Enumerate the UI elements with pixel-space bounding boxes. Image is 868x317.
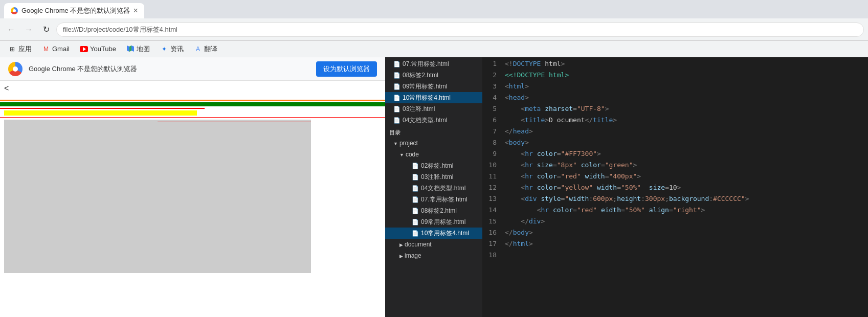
file-tree: 📄 07.常用标签.html 📄 08标签2.html 📄 09常用标签.htm… xyxy=(385,57,482,317)
line-num-1: 1 xyxy=(482,58,497,70)
file-icon-04: 📄 xyxy=(393,117,400,124)
gmail-icon: M xyxy=(42,45,50,53)
file-icon-08: 📄 xyxy=(393,72,400,79)
code-line-12: <hr color="yellow" width="50%" size=10> xyxy=(505,182,868,193)
code-line-18: </html> xyxy=(505,238,868,250)
browser-tab[interactable]: Google Chrome 不是您的默认浏览器 × xyxy=(4,3,144,18)
code-line-13: <div style="width:600px;height:300px;bac… xyxy=(505,193,868,205)
code-line-3: <html> xyxy=(505,81,868,92)
hr-green xyxy=(0,102,385,106)
translate-icon: A xyxy=(194,45,202,53)
address-bar[interactable]: file:///D:/project/code/10常用标签4.html xyxy=(56,22,864,37)
code-line-11: <hr color="red" width="400px"> xyxy=(505,171,868,182)
line-num-11: 11 xyxy=(482,171,497,182)
tree-label-03: 03注释.html xyxy=(403,105,435,114)
line-num-10: 10 xyxy=(482,160,497,171)
bookmark-apps-label: 应用 xyxy=(18,44,32,54)
browser-window: Google Chrome 不是您的默认浏览器 × ← → ↻ file:///… xyxy=(0,0,868,317)
line-num-15: 15 xyxy=(482,216,497,227)
tree-file-code-04[interactable]: 📄 04文档类型.html xyxy=(385,183,482,194)
tree-file-code-03[interactable]: 📄 03注释.html xyxy=(385,171,482,183)
tab-bar: Google Chrome 不是您的默认浏览器 × xyxy=(0,0,868,18)
code-line-5: <meta zharset="UTF-8"> xyxy=(505,103,868,115)
bookmark-youtube[interactable]: YouTube xyxy=(76,43,120,55)
tree-folder-image[interactable]: image xyxy=(385,250,482,261)
code-line-10: <hr size="8px" color="green"> xyxy=(505,160,868,171)
tree-label-04: 04文档类型.html xyxy=(403,116,447,125)
code-line-8: <body> xyxy=(505,137,868,148)
tree-file-10[interactable]: 📄 10常用标签4.html xyxy=(385,92,482,103)
tree-label-code-09: 09常用标签.html xyxy=(421,218,465,227)
tree-label-code-03: 03注释.html xyxy=(421,173,453,182)
tree-file-code-07[interactable]: 📄 07.常用标签.html xyxy=(385,194,482,205)
bookmark-maps[interactable]: 地图 xyxy=(122,42,154,56)
line-num-14: 14 xyxy=(482,205,497,216)
tree-file-08[interactable]: 📄 08标签2.html xyxy=(385,70,482,81)
file-icon-09: 📄 xyxy=(393,83,400,90)
bookmarks-bar: ⊞ 应用 M Gmail YouTube 地图 ✦ 资讯 A 翻译 xyxy=(0,41,868,57)
tree-label-code-08: 08标签2.html xyxy=(421,207,457,215)
folder-icon-image xyxy=(399,252,405,259)
tree-label-10: 10常用标签4.html xyxy=(403,94,451,102)
refresh-button[interactable]: ↻ xyxy=(39,22,53,37)
tree-label-code-07: 07.常用标签.html xyxy=(421,195,468,204)
code-content[interactable]: <!DOCTYPE html> <<!DOCTYPE html> <html> … xyxy=(501,57,868,317)
back-label[interactable]: < xyxy=(4,84,9,93)
code-line-4: <head> xyxy=(505,92,868,103)
tab-close-button[interactable]: × xyxy=(133,6,138,15)
address-text: file:///D:/project/code/10常用标签4.html xyxy=(63,25,177,34)
line-num-4: 4 xyxy=(482,92,497,103)
line-num-2: 2 xyxy=(482,70,497,81)
tree-folder-project[interactable]: project xyxy=(385,138,482,149)
tree-label-09: 09常用标签.html xyxy=(403,82,447,91)
hr-orange xyxy=(0,100,385,101)
back-button[interactable]: ← xyxy=(4,22,18,37)
file-icon-code-02: 📄 xyxy=(412,163,419,169)
file-icon-code-04: 📄 xyxy=(412,185,419,192)
bookmark-apps[interactable]: ⊞ 应用 xyxy=(4,42,36,56)
tree-file-code-08[interactable]: 📄 08标签2.html xyxy=(385,205,482,216)
tree-file-code-10[interactable]: 📄 10常用标签4.html xyxy=(385,228,482,239)
code-editor: 1 2 3 4 5 6 7 8 9 10 11 12 13 14 15 16 1 xyxy=(482,57,868,317)
code-line-7: </head> xyxy=(505,126,868,137)
set-default-button[interactable]: 设为默认浏览器 xyxy=(316,61,377,77)
tree-file-03[interactable]: 📄 03注释.html xyxy=(385,103,482,115)
line-num-5: 5 xyxy=(482,103,497,115)
file-icon-07: 📄 xyxy=(393,61,400,67)
tree-label-code-04: 04文档类型.html xyxy=(421,184,465,193)
line-num-6: 6 xyxy=(482,115,497,126)
line-num-16: 16 xyxy=(482,227,497,238)
bookmark-gmail-label: Gmail xyxy=(52,45,70,53)
tree-folder-code[interactable]: code xyxy=(385,149,482,160)
folder-open-icon-code xyxy=(399,151,406,158)
youtube-icon xyxy=(80,45,88,53)
chrome-icon xyxy=(11,7,18,14)
code-line-9: <hr color="#FF7300"> xyxy=(505,148,868,160)
tree-folder-document[interactable]: document xyxy=(385,239,482,250)
maps-icon xyxy=(126,45,135,53)
tree-file-07[interactable]: 📄 07.常用标签.html xyxy=(385,58,482,70)
tree-label-image: image xyxy=(405,252,421,259)
tree-label-code-02: 02标签.html xyxy=(421,162,453,170)
hr-display-area xyxy=(0,96,385,317)
tree-file-09[interactable]: 📄 09常用标签.html xyxy=(385,81,482,92)
code-line-14: <hr color="red" eidth="50%" align="right… xyxy=(505,205,868,216)
bookmark-translate[interactable]: A 翻译 xyxy=(190,42,221,56)
tree-file-04[interactable]: 📄 04文档类型.html xyxy=(385,115,482,126)
line-num-8: 8 xyxy=(482,137,497,148)
line-num-7: 7 xyxy=(482,126,497,137)
bookmark-gmail[interactable]: M Gmail xyxy=(38,43,74,55)
news-icon: ✦ xyxy=(160,45,168,53)
file-icon-code-09: 📄 xyxy=(412,219,419,225)
folder-open-icon-project xyxy=(393,140,399,147)
bookmark-news[interactable]: ✦ 资讯 xyxy=(156,42,188,56)
tree-label-document: document xyxy=(405,241,432,248)
chrome-logo xyxy=(8,62,23,76)
default-browser-banner: Google Chrome 不是您的默认浏览器 设为默认浏览器 xyxy=(0,57,385,81)
forward-button[interactable]: → xyxy=(21,22,36,37)
code-line-17: </body> xyxy=(505,227,868,238)
file-icon-code-03: 📄 xyxy=(412,174,419,180)
tree-file-code-09[interactable]: 📄 09常用标签.html xyxy=(385,216,482,228)
code-line-16: </div> xyxy=(505,216,868,227)
tree-file-code-02[interactable]: 📄 02标签.html xyxy=(385,160,482,171)
